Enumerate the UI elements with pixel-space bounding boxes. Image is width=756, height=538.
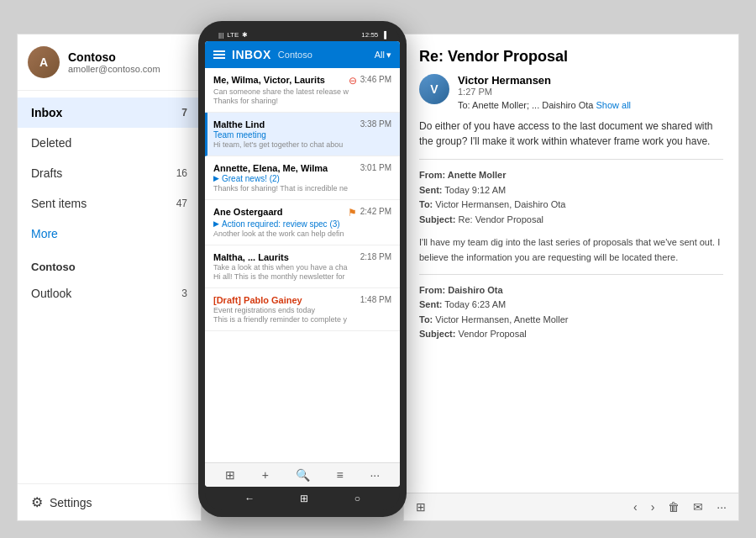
subject-row: ▶ Action required: review spec (3) bbox=[213, 219, 391, 229]
drafts-badge: 16 bbox=[176, 167, 187, 179]
search-nav-icon[interactable]: ○ bbox=[354, 493, 360, 504]
minus-icon: ⊖ bbox=[349, 75, 357, 87]
user-info: Contoso amoller@contoso.com bbox=[68, 50, 160, 74]
status-left: ||| LTE ✱ bbox=[218, 31, 248, 39]
to-row: To: Anette Moller; ... Daishiro Ota Show… bbox=[458, 100, 723, 110]
quoted-to: To: Victor Hermansen, Daishiro Ota bbox=[419, 198, 723, 213]
hamburger-line bbox=[213, 57, 225, 59]
email-time: 3:46 PM bbox=[360, 75, 391, 84]
grid-icon[interactable]: ⊞ bbox=[412, 498, 429, 515]
email-item[interactable]: [Draft] Pablo Gainey 1:48 PM Event regis… bbox=[205, 288, 400, 331]
phone-screen: INBOX Contoso All ▾ Me, bbox=[205, 41, 400, 487]
battery-icon: ▐ bbox=[381, 31, 386, 39]
email-item[interactable]: Me, Wilma, Victor, Laurits ⊖ 3:46 PM Can… bbox=[205, 68, 400, 113]
email-item[interactable]: Ane Ostergaard ⚑ 2:42 PM ▶ Action requir… bbox=[205, 200, 400, 245]
email-item[interactable]: Annette, Elena, Me, Wilma 3:01 PM ▶ Grea… bbox=[205, 156, 400, 200]
sidebar-item-drafts[interactable]: Drafts 16 bbox=[18, 158, 201, 188]
inbox-badge: 7 bbox=[181, 107, 187, 119]
email-header-row: Malthe Lind 3:38 PM bbox=[213, 119, 391, 129]
sent-time: 1:27 PM bbox=[458, 87, 723, 97]
show-all-link[interactable]: Show all bbox=[596, 100, 631, 110]
email-body-preview: Thanks for sharing! That is incredible n… bbox=[213, 184, 391, 193]
subject-row: ▶ Great news! (2) bbox=[213, 173, 391, 183]
email-divider-2 bbox=[419, 274, 723, 275]
email-sender: Malthe Lind bbox=[213, 119, 357, 129]
phone-action-bar: ⊞ + 🔍 ≡ ··· bbox=[205, 462, 400, 487]
email-subject-preview: Can someone share the latest release w bbox=[213, 87, 391, 96]
flag-icon: ⚑ bbox=[348, 207, 357, 219]
phone-body: ||| LTE ✱ 12:55 ▐ bbox=[198, 21, 407, 517]
sidebar-item-label: Drafts bbox=[31, 166, 62, 180]
quoted-body-1: I'll have my team dig into the last seri… bbox=[419, 235, 723, 265]
more-options-icon[interactable]: ··· bbox=[713, 498, 730, 515]
sender-name: Victor Hermansen bbox=[458, 74, 723, 87]
quoted-header-1: From: Anette Moller Sent: Today 9:12 AM … bbox=[419, 168, 723, 227]
sidebar-item-sent[interactable]: Sent items 47 bbox=[18, 188, 201, 219]
email-quoted-block-1: From: Anette Moller Sent: Today 9:12 AM … bbox=[419, 168, 723, 266]
sidebar-section-label: Contoso bbox=[18, 249, 201, 278]
previous-icon[interactable]: ‹ bbox=[630, 498, 641, 515]
footer-left-icons: ⊞ bbox=[412, 498, 429, 515]
back-icon[interactable]: ← bbox=[244, 493, 255, 504]
email-item[interactable]: Malthe Lind 3:38 PM Team meeting Hi team… bbox=[205, 113, 400, 156]
settings-label: Settings bbox=[50, 496, 92, 509]
search-icon[interactable]: 🔍 bbox=[296, 468, 310, 482]
quoted-subject-2: Subject: Vendor Proposal bbox=[419, 327, 723, 342]
sidebar-item-label: Deleted bbox=[31, 136, 71, 150]
more-link[interactable]: More bbox=[18, 219, 201, 249]
email-subject: Action required: review spec (3) bbox=[222, 219, 340, 229]
header-left: INBOX Contoso bbox=[213, 48, 312, 61]
email-body-preview: Another look at the work can help defin bbox=[213, 229, 391, 238]
email-time: 2:18 PM bbox=[360, 252, 391, 261]
filter-dropdown[interactable]: All ▾ bbox=[375, 50, 391, 61]
email-body: Do either of you have access to the last… bbox=[419, 119, 723, 149]
hamburger-menu[interactable] bbox=[213, 50, 225, 59]
email-sender: Maltha, ... Laurits bbox=[213, 252, 357, 262]
avatar: A bbox=[28, 46, 60, 78]
more-icon[interactable]: ··· bbox=[370, 468, 380, 482]
delete-icon[interactable]: 🗑 bbox=[664, 498, 683, 515]
email-sender: Ane Ostergaard bbox=[213, 207, 344, 217]
compose-icon[interactable]: + bbox=[262, 468, 269, 482]
email-sender: [Draft] Pablo Gainey bbox=[213, 295, 357, 305]
email-time: 2:42 PM bbox=[360, 207, 391, 216]
inbox-title: INBOX bbox=[232, 48, 271, 61]
next-icon[interactable]: › bbox=[648, 498, 659, 515]
signal-icon: ||| bbox=[218, 31, 223, 39]
left-sidebar: A Contoso amoller@contoso.com Inbox 7 De… bbox=[17, 34, 202, 521]
email-header-row: Maltha, ... Laurits 2:18 PM bbox=[213, 252, 391, 262]
sent-badge: 47 bbox=[176, 198, 187, 209]
hamburger-line bbox=[213, 50, 225, 52]
calendar-icon[interactable]: ⊞ bbox=[225, 468, 235, 482]
sidebar-header: A Contoso amoller@contoso.com bbox=[18, 34, 201, 91]
sidebar-item-label: Inbox bbox=[31, 106, 62, 119]
email-subject-preview: Event registrations ends today bbox=[213, 306, 391, 314]
sidebar-item-inbox[interactable]: Inbox 7 bbox=[18, 98, 201, 128]
email-header-row: Me, Wilma, Victor, Laurits ⊖ 3:46 PM bbox=[213, 75, 391, 87]
phone-app-header: INBOX Contoso All ▾ bbox=[205, 41, 400, 68]
expand-arrow-icon: ▶ bbox=[213, 174, 219, 182]
reply-icon[interactable]: ✉ bbox=[690, 498, 706, 515]
bluetooth-icon: ✱ bbox=[242, 31, 248, 39]
sidebar-item-outlook[interactable]: Outlook 3 bbox=[18, 278, 201, 309]
email-item[interactable]: Maltha, ... Laurits 2:18 PM Take a look … bbox=[205, 245, 400, 288]
windows-icon[interactable]: ⊞ bbox=[300, 493, 308, 504]
phone-nav-bar: ← ⊞ ○ bbox=[205, 487, 400, 510]
inbox-account: Contoso bbox=[278, 50, 312, 60]
email-time: 3:38 PM bbox=[360, 119, 391, 129]
email-list: Me, Wilma, Victor, Laurits ⊖ 3:46 PM Can… bbox=[205, 68, 400, 462]
email-subject: Team meeting bbox=[213, 130, 391, 140]
email-header-row: [Draft] Pablo Gainey 1:48 PM bbox=[213, 295, 391, 305]
settings-link[interactable]: ⚙ Settings bbox=[18, 483, 201, 520]
network-type: LTE bbox=[227, 31, 239, 39]
quoted-from: From: Anette Moller bbox=[419, 168, 723, 183]
filter-icon[interactable]: ≡ bbox=[336, 468, 343, 482]
chevron-down-icon: ▾ bbox=[386, 50, 391, 61]
avatar-image: A bbox=[28, 46, 60, 78]
email-subject: Great news! (2) bbox=[222, 174, 280, 183]
sender-avatar: V bbox=[419, 74, 449, 104]
sidebar-item-deleted[interactable]: Deleted bbox=[18, 128, 201, 158]
email-detail-panel: Re: Vendor Proposal V Victor Hermansen 1… bbox=[403, 34, 739, 521]
detail-panel-footer: ⊞ ‹ › 🗑 ✉ ··· bbox=[404, 493, 738, 520]
email-meta: V Victor Hermansen 1:27 PM To: Anette Mo… bbox=[419, 74, 723, 110]
